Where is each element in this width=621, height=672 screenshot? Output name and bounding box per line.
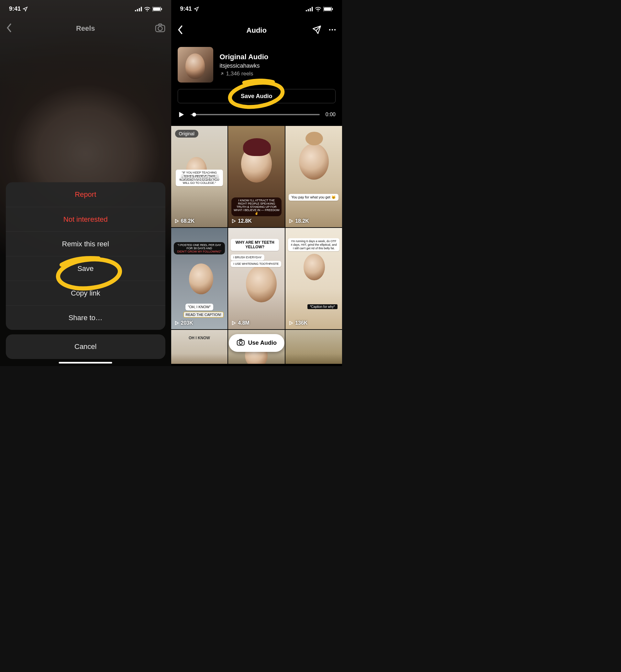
audio-progress-thumb[interactable] [192, 113, 196, 117]
reel-caption: OH I KNOW [171, 336, 228, 340]
svg-rect-1 [137, 9, 138, 11]
reel-caption: "I POSTED ONE REEL PER DAY FOR 30 DAYS A… [174, 242, 225, 254]
svg-rect-13 [312, 7, 313, 11]
reel-caption: You pay for what you get 😺 [289, 194, 338, 201]
reel-play-count: 12.8K [232, 218, 252, 224]
original-badge: Original [175, 130, 198, 137]
svg-rect-6 [161, 8, 162, 10]
svg-rect-15 [324, 7, 331, 11]
location-icon [194, 6, 199, 12]
use-audio-button[interactable]: Use Audio [229, 334, 284, 352]
use-audio-label: Use Audio [248, 340, 277, 346]
reel-cell[interactable]: "I POSTED ONE REEL PER DAY FOR 30 DAYS A… [171, 228, 228, 329]
audio-player: 0:00 [171, 105, 342, 122]
audio-progress-bar[interactable] [191, 114, 320, 115]
audio-title: Original Audio [220, 53, 268, 61]
action-report[interactable]: Report [6, 182, 165, 207]
audio-time: 0:00 [326, 112, 336, 118]
reel-caption: *Caption for why* [307, 304, 337, 309]
action-save[interactable]: Save [6, 256, 165, 281]
reel-caption: I USE WHITENING TOOTHPASTE [231, 261, 281, 267]
reel-play-count: 136K [289, 320, 307, 326]
svg-rect-3 [141, 7, 142, 11]
reel-caption: I KNOW I'LL ATTRACT THE RIGHT PEOPLE SPE… [232, 197, 282, 216]
camera-icon [237, 339, 245, 347]
reel-cell[interactable]: I KNOW I'LL ATTRACT THE RIGHT PEOPLE SPE… [228, 126, 285, 227]
svg-rect-16 [332, 8, 333, 10]
reel-play-count: 68.2K [174, 218, 195, 224]
play-icon[interactable] [178, 111, 185, 118]
battery-icon [323, 7, 333, 11]
status-bar: 9:41 [0, 0, 171, 18]
reel-caption: I BRUSH EVERYDAY [231, 254, 264, 261]
svg-point-22 [239, 341, 242, 344]
reel-cell[interactable]: I'm running 6 days a week, do OTF 4 days… [285, 228, 342, 329]
page-title: Audio [171, 26, 342, 35]
audio-reels-count-text: 1,346 reels [226, 71, 253, 77]
svg-rect-0 [135, 10, 136, 11]
reel-caption: READ THE CAPTION! [183, 312, 223, 318]
home-indicator[interactable] [59, 362, 112, 363]
audio-info: Original Audio itsjessicahawks 1,346 ree… [171, 40, 342, 89]
svg-rect-10 [306, 10, 307, 11]
reel-cell[interactable] [285, 330, 342, 364]
action-sheet: Report Not interested Remix this reel Sa… [6, 182, 165, 359]
phone-left-reels-sheet: 9:41 Reels Report Not [0, 0, 171, 366]
reel-cell[interactable]: You pay for what you get 😺 18.2K [285, 126, 342, 227]
svg-rect-2 [139, 8, 140, 11]
action-sheet-group: Report Not interested Remix this reel Sa… [6, 182, 165, 330]
status-time: 9:41 [180, 5, 192, 12]
reel-play-count: 203K [174, 320, 193, 326]
reel-cell[interactable]: Original "IF YOU KEEP TEACHING YOUNG PEO… [171, 126, 228, 227]
just-watched-label: Just watched [171, 174, 228, 181]
reel-caption: "OH, I KNOW" [185, 304, 214, 310]
svg-rect-5 [153, 7, 160, 11]
action-not-interested[interactable]: Not interested [6, 207, 165, 231]
reel-cell[interactable]: OH I KNOW [171, 330, 228, 364]
action-remix-reel[interactable]: Remix this reel [6, 231, 165, 256]
phone-right-audio-page: 9:41 Audio [171, 0, 342, 366]
status-time: 9:41 [9, 5, 21, 12]
battery-icon [153, 7, 162, 11]
cellular-signal-icon [306, 7, 313, 11]
reel-caption: I'm running 6 days a week, do OTF 4 days… [288, 238, 339, 251]
audio-cover-thumbnail[interactable] [178, 47, 213, 83]
action-copy-link[interactable]: Copy link [6, 281, 165, 305]
action-share-to[interactable]: Share to… [6, 305, 165, 330]
save-audio-button[interactable]: Save Audio [178, 89, 336, 103]
svg-rect-12 [310, 8, 311, 11]
location-icon [23, 6, 28, 12]
reel-cell[interactable]: WHY ARE MY TEETH YELLOW? I BRUSH EVERYDA… [228, 228, 285, 329]
audio-artist[interactable]: itsjessicahawks [220, 63, 268, 69]
wifi-icon [315, 7, 321, 11]
audio-reels-count[interactable]: 1,346 reels [220, 71, 268, 77]
reel-play-count: 4.8M [232, 320, 249, 326]
wifi-icon [144, 7, 151, 11]
reels-grid[interactable]: Original "IF YOU KEEP TEACHING YOUNG PEO… [171, 122, 342, 364]
reel-play-count: 18.2K [289, 218, 309, 224]
svg-rect-11 [308, 9, 309, 11]
action-cancel[interactable]: Cancel [6, 334, 165, 359]
reel-caption: WHY ARE MY TEETH YELLOW? [231, 239, 279, 251]
status-bar: 9:41 [171, 0, 342, 18]
cellular-signal-icon [135, 7, 142, 11]
page-title: Reels [0, 24, 171, 33]
